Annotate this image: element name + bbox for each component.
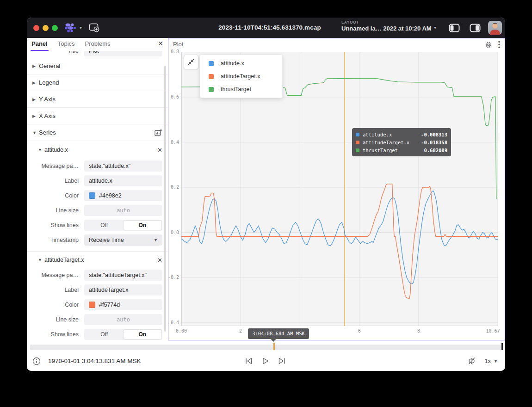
message-path-input[interactable]: state."attitudeTarget.x" — [84, 270, 162, 281]
add-panel-button[interactable] — [89, 23, 100, 33]
app-menu-chevron-icon[interactable]: ▾ — [80, 25, 82, 30]
panel-menu-kebab-icon[interactable]: ••• — [498, 41, 501, 49]
x-axis-tick-labels: 0.00246810.67 — [181, 328, 498, 335]
tab-problems[interactable]: Problems — [85, 38, 111, 51]
chevron-down-icon: ▼ — [38, 258, 44, 262]
legend-item-attitude[interactable]: attitude.x — [200, 57, 282, 70]
minimize-window-button[interactable] — [43, 25, 49, 31]
legend-collapse-button[interactable] — [184, 55, 198, 69]
color-swatch[interactable] — [89, 302, 95, 308]
play-button[interactable] — [261, 357, 270, 365]
section-series[interactable]: ▼ Series — [27, 124, 168, 141]
scrubber-playhead[interactable] — [501, 343, 503, 350]
chevron-right-icon: ▶ — [32, 97, 39, 102]
y-tick-label: 0.2 — [171, 185, 179, 190]
left-sidebar-toggle-button[interactable] — [449, 24, 460, 32]
show-lines-off-button[interactable]: Off — [85, 221, 124, 230]
x-tick-label: 10.67 — [486, 328, 500, 333]
playback-controls — [244, 357, 286, 365]
timestamp-select[interactable]: Receive Time ▼ — [84, 234, 162, 246]
field-label: Label attitudeTarget.x — [27, 283, 168, 297]
scrubber-track[interactable] — [30, 345, 502, 350]
seek-forward-button[interactable] — [278, 357, 286, 365]
y-tick-label: -0.2 — [168, 275, 179, 280]
app-window: ▾ 2023-11-10T04:51:45.631370.mcap LAYOUT… — [27, 18, 505, 371]
info-icon[interactable] — [32, 357, 41, 365]
tooltip-swatch-icon — [356, 148, 359, 152]
sidebar-tabbar: Panel Topics Problems ✕ — [27, 38, 168, 51]
section-y-axis[interactable]: ▶ Y Axis — [27, 91, 168, 108]
playback-scrubber — [27, 340, 505, 352]
field-show-lines: Show lines Off On — [27, 327, 168, 340]
plot-panel[interactable]: Plot ••• 0.80.60.40.20.0-0.2-0.4 0.00246… — [168, 38, 505, 340]
loop-off-icon[interactable] — [467, 357, 476, 365]
line-size-input[interactable]: auto — [84, 205, 162, 216]
sidebar-scrollbar[interactable] — [164, 66, 166, 332]
layout-name: Unnamed la… 2022 at 10:20 AM — [341, 25, 432, 32]
tooltip-swatch-icon — [356, 133, 359, 136]
title-field-input[interactable]: Plot — [84, 51, 162, 56]
plot-panel-title: Plot — [173, 41, 183, 48]
legend-swatch-icon — [209, 87, 214, 92]
field-line-size: Line size auto — [27, 312, 168, 327]
chevron-right-icon: ▶ — [32, 80, 39, 85]
field-label: Label attitude.x — [27, 173, 168, 188]
chevron-right-icon: ▶ — [32, 64, 39, 68]
section-x-axis[interactable]: ▶ X Axis — [27, 108, 168, 124]
label-input[interactable]: attitudeTarget.x — [84, 284, 162, 296]
line-size-input[interactable]: auto — [84, 314, 162, 325]
remove-series-icon[interactable]: ✕ — [157, 147, 162, 154]
show-lines-on-button[interactable]: On — [124, 330, 162, 339]
scrubber-hover-tick — [273, 343, 275, 350]
chart-hover-tooltip: attitude.x -0.008313 attitudeTarget.x -0… — [352, 128, 451, 156]
legend-swatch-icon — [209, 61, 214, 66]
y-tick-label: 0.0 — [171, 230, 179, 235]
seek-hover-time-tooltip: 3:04:08.684 AM MSK — [248, 328, 309, 339]
field-color: Color #f5774d — [27, 297, 168, 312]
add-series-icon[interactable] — [155, 129, 162, 136]
seek-backward-button[interactable] — [244, 357, 253, 365]
layout-selector[interactable]: LAYOUT Unnamed la… 2022 at 10:20 AM — [341, 20, 432, 32]
series-attitude-header[interactable]: ▼ attitude.x ✕ — [27, 141, 168, 159]
user-avatar[interactable] — [488, 21, 502, 35]
sidebar-close-icon[interactable]: ✕ — [158, 40, 163, 47]
panel-settings-gear-icon[interactable] — [485, 41, 492, 49]
zoom-window-button[interactable] — [52, 25, 58, 31]
chevron-right-icon: ▶ — [32, 114, 39, 118]
y-tick-label: 0.4 — [171, 140, 179, 145]
y-tick-label: 0.8 — [171, 49, 179, 54]
x-tick-label: 6 — [358, 328, 361, 333]
tooltip-swatch-icon — [356, 141, 359, 144]
tab-topics[interactable]: Topics — [58, 38, 75, 51]
chevron-down-icon: ▼ — [494, 359, 498, 364]
section-general[interactable]: ▶ General — [27, 58, 168, 74]
series-attitude-target-header[interactable]: ▼ attitudeTarget.x ✕ — [27, 251, 168, 268]
title-field-label: Title — [27, 51, 81, 54]
legend-item-thrust-target[interactable]: thrustTarget — [200, 83, 282, 96]
legend-item-attitude-target[interactable]: attitudeTarget.x — [200, 70, 282, 83]
tooltip-row: attitudeTarget.x -0.018358 — [356, 138, 447, 146]
color-input[interactable]: #4e98e2 — [84, 190, 162, 201]
tooltip-row: attitude.x -0.008313 — [356, 130, 447, 138]
field-color: Color #4e98e2 — [27, 188, 168, 203]
section-legend[interactable]: ▶ Legend — [27, 74, 168, 91]
show-lines-toggle: Off On — [84, 220, 162, 231]
playback-speed-selector[interactable]: 1x ▼ — [484, 358, 498, 364]
x-tick-label: 2 — [239, 328, 242, 333]
x-tick-label: 8 — [417, 328, 420, 333]
layout-chevron-icon[interactable]: ▾ — [434, 25, 436, 30]
chevron-down-icon: ▼ — [38, 148, 44, 152]
show-lines-on-button[interactable]: On — [124, 221, 162, 230]
color-swatch[interactable] — [89, 192, 95, 199]
field-message-path: Message pa… state."attitude.x" — [27, 159, 168, 173]
remove-series-icon[interactable]: ✕ — [157, 256, 162, 263]
label-input[interactable]: attitude.x — [84, 175, 162, 186]
show-lines-off-button[interactable]: Off — [85, 330, 124, 339]
message-path-input[interactable]: state."attitude.x" — [84, 160, 162, 172]
chevron-down-icon: ▼ — [32, 130, 39, 135]
show-lines-toggle: Off On — [84, 329, 162, 340]
right-sidebar-toggle-button[interactable] — [470, 24, 481, 32]
close-window-button[interactable] — [33, 25, 39, 31]
color-input[interactable]: #f5774d — [84, 299, 162, 310]
tab-panel[interactable]: Panel — [31, 38, 48, 51]
